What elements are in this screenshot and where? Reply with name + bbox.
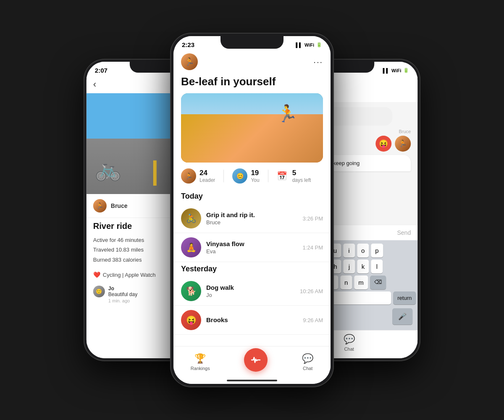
activity-name-eva: Vinyasa flow: [206, 240, 298, 247]
comment-time: 1 min. ago: [108, 298, 137, 303]
key-n[interactable]: n: [340, 276, 352, 289]
bike-icon: 🚲: [95, 157, 121, 181]
comment-username: Jo: [108, 286, 114, 291]
stat-divider-2: [268, 170, 268, 182]
comment-message: Beautiful day: [108, 291, 137, 297]
key-p[interactable]: p: [371, 244, 383, 257]
reaction-avatar: 🏃: [395, 136, 411, 152]
activity-info-eva: Vinyasa flow Eva: [206, 240, 298, 255]
leader-label: Leader: [200, 177, 215, 183]
activity-fab[interactable]: [244, 348, 268, 372]
right-status-icons: ▌▌ WiFi 🔋: [383, 68, 409, 73]
signal-icon: ▌▌: [296, 42, 302, 47]
stat-divider-1: [223, 170, 224, 182]
right-nav-chat[interactable]: 💬 Chat: [344, 334, 355, 352]
heart-icon: ❤️: [93, 271, 100, 278]
days-count: 5: [292, 169, 311, 177]
center-phone: 2:23 ▌▌ WiFi 🔋 🏃 ··· Be-leaf in yourself: [170, 33, 334, 387]
center-header: 🏃 ···: [173, 50, 331, 74]
challenge-stats: 🏃 24 Leader 😊 19 You 📅: [173, 163, 331, 189]
bruce-avatar: 🚴: [181, 208, 201, 228]
nav-rankings[interactable]: 🏆 Rankings: [191, 353, 210, 371]
you-count: 19: [251, 169, 259, 177]
activity-tag-text: Cycling | Apple Watch: [103, 272, 156, 278]
right-chat-icon: 💬: [344, 334, 355, 345]
comment-avatar: 🙂: [93, 286, 105, 297]
send-button[interactable]: Send: [397, 229, 411, 236]
key-m[interactable]: m: [354, 276, 368, 289]
leader-numbers: 24 Leader: [200, 169, 215, 183]
jo-avatar: 🐕: [181, 281, 201, 301]
key-i[interactable]: i: [343, 244, 355, 257]
key-l[interactable]: l: [371, 260, 383, 273]
activity-time-bruce: 3:26 PM: [303, 215, 323, 222]
activity-user-jo: Jo: [206, 292, 295, 298]
comment-text: Jo: [108, 286, 137, 291]
days-stat: 📅 5 days left: [277, 169, 311, 183]
sand-layer: [181, 114, 323, 163]
center-status-icons: ▌▌ WiFi 🔋: [296, 42, 322, 47]
key-k[interactable]: k: [357, 260, 369, 273]
rankings-label: Rankings: [191, 366, 210, 371]
backspace-key[interactable]: ⌫: [370, 276, 386, 289]
you-numbers: 19 You: [251, 169, 259, 183]
activity-user-bruce: Bruce: [206, 219, 298, 226]
activity-name-brooks: Brooks: [206, 316, 298, 323]
you-label: You: [251, 177, 259, 183]
nav-chat[interactable]: 💬 Chat: [302, 353, 313, 371]
activity-time-brooks: 9:26 AM: [303, 317, 323, 323]
key-j[interactable]: j: [344, 260, 355, 273]
key-o[interactable]: o: [357, 244, 369, 257]
chat-icon: 💬: [302, 353, 313, 364]
signal-icon: ▌▌: [383, 68, 389, 73]
mic-button[interactable]: 🎤: [392, 308, 412, 325]
activity-item-jo[interactable]: 🐕 Dog walk Jo 10:26 AM: [173, 277, 331, 306]
activity-time-jo: 10:26 AM: [300, 288, 323, 294]
activity-info-bruce: Grip it and rip it. Bruce: [206, 211, 298, 226]
left-user-avatar: 🏃: [93, 199, 107, 213]
comment-content: Jo Beautiful day 1 min. ago: [108, 286, 137, 303]
battery-icon: 🔋: [316, 42, 322, 47]
activity-info-brooks: Brooks: [206, 316, 298, 324]
center-content: 2:23 ▌▌ WiFi 🔋 🏃 ··· Be-leaf in yourself: [173, 36, 331, 384]
activity-time-eva: 1:24 PM: [303, 244, 323, 251]
reaction-emoji: 😝: [375, 136, 391, 152]
right-chat-label: Chat: [344, 346, 354, 352]
challenge-avatar[interactable]: 🏃: [181, 53, 198, 70]
you-stat: 😊 19 You: [232, 168, 259, 184]
rankings-icon: 🏆: [194, 353, 206, 364]
brooks-avatar: 😝: [181, 310, 201, 330]
challenge-image: 🏃: [181, 93, 323, 163]
yesterday-label: Yesterday: [173, 262, 331, 277]
runner-figure: 🏃: [277, 104, 298, 123]
pulse-icon: [251, 355, 261, 365]
center-phone-inner: 2:23 ▌▌ WiFi 🔋 🏃 ··· Be-leaf in yourself: [173, 36, 331, 384]
center-time: 2:23: [182, 41, 194, 48]
leader-count: 24: [200, 169, 215, 177]
activity-item-eva[interactable]: 🧘 Vinyasa flow Eva 1:24 PM: [173, 233, 331, 262]
calendar-icon: 📅: [277, 171, 287, 181]
bottom-nav: 🏆 Rankings 💬 Chat: [173, 346, 331, 384]
options-menu[interactable]: ···: [313, 57, 323, 67]
wifi-icon: WiFi: [391, 68, 401, 73]
left-time: 2:07: [95, 67, 108, 74]
activity-username: Bruce: [111, 202, 128, 209]
leader-avatar: 🏃: [181, 168, 196, 184]
return-key[interactable]: return: [393, 291, 416, 304]
center-notch: [220, 36, 284, 49]
chat-label: Chat: [303, 366, 312, 371]
activity-user-eva: Eva: [206, 248, 298, 255]
eva-avatar: 🧘: [181, 237, 201, 257]
days-numbers: 5 days left: [292, 169, 311, 183]
activity-item-bruce[interactable]: 🚴 Grip it and rip it. Bruce 3:26 PM: [173, 204, 331, 233]
leader-stat: 🏃 24 Leader: [181, 168, 215, 184]
activity-info-jo: Dog walk Jo: [206, 284, 295, 298]
battery-icon: 🔋: [403, 68, 409, 73]
days-label: days left: [292, 177, 311, 183]
activity-name-jo: Dog walk: [206, 284, 295, 291]
road-line: [153, 160, 157, 186]
activity-item-brooks[interactable]: 😝 Brooks 9:26 AM: [173, 306, 331, 335]
today-label: Today: [173, 189, 331, 204]
wifi-icon: WiFi: [304, 42, 314, 47]
you-avatar: 😊: [232, 168, 247, 184]
